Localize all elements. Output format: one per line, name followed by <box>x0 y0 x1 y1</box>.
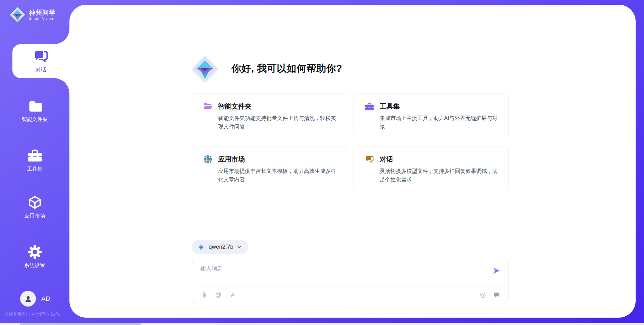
card-chat[interactable]: 对话 灵活切换多模型文件，支持多样回复效果调试，满足个性化需求 <box>354 146 509 191</box>
toolbox-icon <box>365 102 374 111</box>
attach-button[interactable] <box>201 291 207 298</box>
chevron-down-icon <box>237 246 241 249</box>
history-button[interactable] <box>480 292 486 299</box>
sidebar-item-smart-folder[interactable]: 智能文件夹 <box>0 99 69 123</box>
cube-icon <box>28 195 42 210</box>
model-diamond-icon <box>197 243 205 251</box>
feature-cards: 智能文件夹 智能文件夹功能支持批量文件上传与清洗，轻松实现文件问答 工具集 集成… <box>192 93 509 191</box>
user-initials: AD <box>41 295 50 303</box>
card-toolset[interactable]: 工具集 集成市场上主流工具，助力AI与外界无缝扩展与对接 <box>354 93 509 138</box>
model-selector[interactable]: qwen2:7b <box>192 240 248 254</box>
card-title: 工具集 <box>380 102 400 111</box>
send-icon[interactable] <box>492 267 500 275</box>
composer-divider <box>199 286 502 286</box>
sidebar-item-label: 系统设置 <box>24 262 45 269</box>
composer-tools: @ # <box>201 291 236 298</box>
user-account[interactable]: AD <box>20 291 50 307</box>
greeting-title: 你好, 我可以如何帮助你? <box>231 62 342 75</box>
folder-icon <box>28 99 42 113</box>
chat-icon <box>365 155 374 164</box>
card-app-market[interactable]: 应用市场 应用市场提供丰富长文本模板，助力高效生成多样化文章内容 <box>192 146 347 191</box>
history-icon <box>480 292 486 299</box>
card-description: 集成市场上主流工具，助力AI与外界无缝扩展与对接 <box>380 114 500 131</box>
sidebar-item-chat[interactable]: 对话 <box>12 44 69 78</box>
card-description: 灵活切换多模型文件，支持多样回复效果调试，满足个性化需求 <box>380 167 500 184</box>
sidebar-item-label: 智能文件夹 <box>22 116 48 123</box>
sidebar-item-label: 对话 <box>36 67 46 74</box>
copyright: ©神州数码 · 神州问学出品 <box>5 311 60 317</box>
composer-right-tools <box>480 292 500 299</box>
mention-button at-icon[interactable]: @ <box>215 291 222 298</box>
hashtag-button hash-icon[interactable]: # <box>229 291 236 298</box>
sidebar-item-settings[interactable]: 系统设置 <box>0 245 69 269</box>
model-name: qwen2:7b <box>209 244 233 250</box>
person-icon <box>24 295 33 303</box>
brand-diamond-icon <box>9 7 25 23</box>
sidebar-item-label: 应用市场 <box>24 213 45 219</box>
card-title: 应用市场 <box>218 155 245 164</box>
chat-bubble-icon <box>493 292 500 298</box>
message-input[interactable] <box>200 265 482 284</box>
card-description: 应用市场提供丰富长文本模板，助力高效生成多样化文章内容 <box>218 167 338 184</box>
card-description: 智能文件夹功能支持批量文件上传与清洗，轻松实现文件问答 <box>218 114 338 131</box>
brand-logo: 神州问学 Smart Vision <box>9 7 56 23</box>
sidebar-item-toolset[interactable]: 工具集 <box>0 148 69 172</box>
card-smart-folder[interactable]: 智能文件夹 智能文件夹功能支持批量文件上传与清洗，轻松实现文件问答 <box>192 93 347 138</box>
scrollbar-thumb[interactable] <box>20 323 141 325</box>
avatar <box>20 291 36 307</box>
brand-title: 神州问学 <box>29 9 56 16</box>
card-title: 智能文件夹 <box>218 102 252 111</box>
sidebar: 神州问学 Smart Vision 对话 智能文件夹 工具集 应用市场 <box>0 0 69 325</box>
hero-diamond-icon <box>192 56 218 82</box>
paperclip-icon <box>201 291 207 299</box>
message-composer: @ # <box>192 259 509 304</box>
brand-subtitle: Smart Vision <box>29 16 56 20</box>
chat-icon <box>33 49 49 64</box>
main-content: 你好, 我可以如何帮助你? 智能文件夹 智能文件夹功能支持批量文件上传与清洗，轻… <box>69 5 636 318</box>
folder-open-icon <box>203 102 212 111</box>
gear-icon <box>28 245 42 259</box>
horizontal-scrollbar[interactable] <box>0 323 644 325</box>
sidebar-item-label: 工具集 <box>27 166 43 172</box>
toolbox-icon <box>28 148 42 163</box>
sidebar-item-app-market[interactable]: 应用市场 <box>0 195 69 219</box>
feedback-button[interactable] <box>493 292 500 299</box>
grid-cube-icon <box>203 155 212 164</box>
hero: 你好, 我可以如何帮助你? <box>192 56 342 82</box>
card-title: 对话 <box>380 155 393 164</box>
